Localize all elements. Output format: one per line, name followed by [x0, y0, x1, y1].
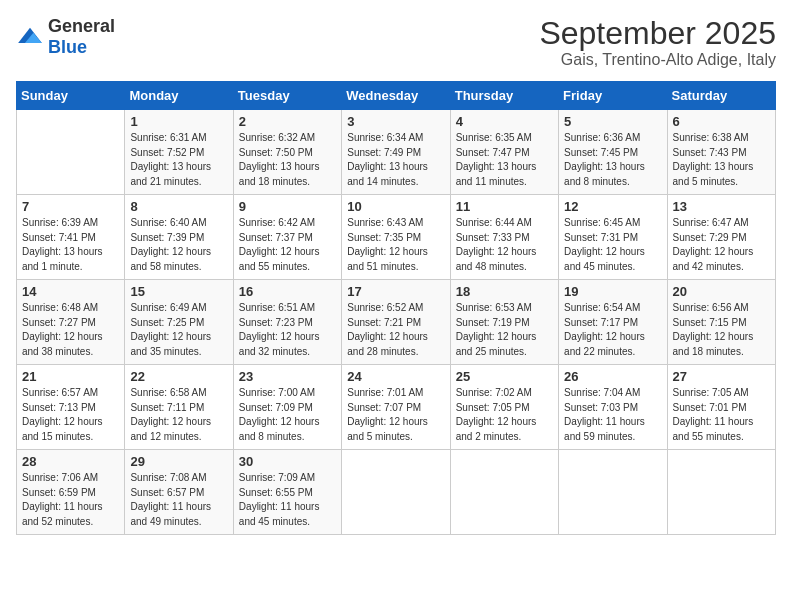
calendar-cell: 24Sunrise: 7:01 AMSunset: 7:07 PMDayligh…	[342, 365, 450, 450]
day-number: 14	[22, 284, 119, 299]
calendar-week-3: 14Sunrise: 6:48 AMSunset: 7:27 PMDayligh…	[17, 280, 776, 365]
header-sunday: Sunday	[17, 82, 125, 110]
calendar-body: 1Sunrise: 6:31 AMSunset: 7:52 PMDaylight…	[17, 110, 776, 535]
title-block: September 2025 Gais, Trentino-Alto Adige…	[539, 16, 776, 69]
calendar-cell	[667, 450, 775, 535]
day-number: 4	[456, 114, 553, 129]
calendar-cell: 25Sunrise: 7:02 AMSunset: 7:05 PMDayligh…	[450, 365, 558, 450]
header-friday: Friday	[559, 82, 667, 110]
logo: General Blue	[16, 16, 115, 58]
day-number: 22	[130, 369, 227, 384]
calendar-cell	[342, 450, 450, 535]
day-number: 18	[456, 284, 553, 299]
calendar-header: Sunday Monday Tuesday Wednesday Thursday…	[17, 82, 776, 110]
calendar-week-5: 28Sunrise: 7:06 AMSunset: 6:59 PMDayligh…	[17, 450, 776, 535]
day-info: Sunrise: 7:00 AMSunset: 7:09 PMDaylight:…	[239, 386, 336, 444]
page-header: General Blue September 2025 Gais, Trenti…	[16, 16, 776, 69]
day-number: 10	[347, 199, 444, 214]
day-number: 12	[564, 199, 661, 214]
calendar-cell: 13Sunrise: 6:47 AMSunset: 7:29 PMDayligh…	[667, 195, 775, 280]
day-info: Sunrise: 6:38 AMSunset: 7:43 PMDaylight:…	[673, 131, 770, 189]
day-info: Sunrise: 6:31 AMSunset: 7:52 PMDaylight:…	[130, 131, 227, 189]
calendar-cell: 27Sunrise: 7:05 AMSunset: 7:01 PMDayligh…	[667, 365, 775, 450]
day-info: Sunrise: 7:02 AMSunset: 7:05 PMDaylight:…	[456, 386, 553, 444]
calendar-cell: 4Sunrise: 6:35 AMSunset: 7:47 PMDaylight…	[450, 110, 558, 195]
calendar-cell: 19Sunrise: 6:54 AMSunset: 7:17 PMDayligh…	[559, 280, 667, 365]
calendar-cell	[559, 450, 667, 535]
calendar-week-1: 1Sunrise: 6:31 AMSunset: 7:52 PMDaylight…	[17, 110, 776, 195]
day-info: Sunrise: 6:51 AMSunset: 7:23 PMDaylight:…	[239, 301, 336, 359]
calendar-table: Sunday Monday Tuesday Wednesday Thursday…	[16, 81, 776, 535]
calendar-cell	[450, 450, 558, 535]
day-number: 23	[239, 369, 336, 384]
day-info: Sunrise: 7:05 AMSunset: 7:01 PMDaylight:…	[673, 386, 770, 444]
day-number: 28	[22, 454, 119, 469]
day-info: Sunrise: 7:06 AMSunset: 6:59 PMDaylight:…	[22, 471, 119, 529]
day-number: 20	[673, 284, 770, 299]
calendar-cell: 11Sunrise: 6:44 AMSunset: 7:33 PMDayligh…	[450, 195, 558, 280]
day-number: 9	[239, 199, 336, 214]
day-info: Sunrise: 6:32 AMSunset: 7:50 PMDaylight:…	[239, 131, 336, 189]
day-info: Sunrise: 6:42 AMSunset: 7:37 PMDaylight:…	[239, 216, 336, 274]
day-number: 13	[673, 199, 770, 214]
day-number: 3	[347, 114, 444, 129]
logo-blue: Blue	[48, 37, 87, 57]
day-info: Sunrise: 6:53 AMSunset: 7:19 PMDaylight:…	[456, 301, 553, 359]
day-number: 19	[564, 284, 661, 299]
calendar-cell: 8Sunrise: 6:40 AMSunset: 7:39 PMDaylight…	[125, 195, 233, 280]
calendar-cell: 16Sunrise: 6:51 AMSunset: 7:23 PMDayligh…	[233, 280, 341, 365]
day-info: Sunrise: 6:36 AMSunset: 7:45 PMDaylight:…	[564, 131, 661, 189]
day-info: Sunrise: 6:49 AMSunset: 7:25 PMDaylight:…	[130, 301, 227, 359]
day-info: Sunrise: 6:45 AMSunset: 7:31 PMDaylight:…	[564, 216, 661, 274]
day-info: Sunrise: 6:44 AMSunset: 7:33 PMDaylight:…	[456, 216, 553, 274]
calendar-subtitle: Gais, Trentino-Alto Adige, Italy	[539, 51, 776, 69]
calendar-week-4: 21Sunrise: 6:57 AMSunset: 7:13 PMDayligh…	[17, 365, 776, 450]
day-number: 24	[347, 369, 444, 384]
header-wednesday: Wednesday	[342, 82, 450, 110]
calendar-cell: 1Sunrise: 6:31 AMSunset: 7:52 PMDaylight…	[125, 110, 233, 195]
calendar-cell: 22Sunrise: 6:58 AMSunset: 7:11 PMDayligh…	[125, 365, 233, 450]
day-number: 8	[130, 199, 227, 214]
day-number: 21	[22, 369, 119, 384]
header-saturday: Saturday	[667, 82, 775, 110]
calendar-cell: 3Sunrise: 6:34 AMSunset: 7:49 PMDaylight…	[342, 110, 450, 195]
calendar-cell: 29Sunrise: 7:08 AMSunset: 6:57 PMDayligh…	[125, 450, 233, 535]
calendar-cell: 23Sunrise: 7:00 AMSunset: 7:09 PMDayligh…	[233, 365, 341, 450]
day-info: Sunrise: 6:39 AMSunset: 7:41 PMDaylight:…	[22, 216, 119, 274]
calendar-cell: 15Sunrise: 6:49 AMSunset: 7:25 PMDayligh…	[125, 280, 233, 365]
day-info: Sunrise: 6:58 AMSunset: 7:11 PMDaylight:…	[130, 386, 227, 444]
header-monday: Monday	[125, 82, 233, 110]
calendar-cell: 7Sunrise: 6:39 AMSunset: 7:41 PMDaylight…	[17, 195, 125, 280]
calendar-title: September 2025	[539, 16, 776, 51]
day-number: 7	[22, 199, 119, 214]
calendar-cell: 21Sunrise: 6:57 AMSunset: 7:13 PMDayligh…	[17, 365, 125, 450]
calendar-cell: 9Sunrise: 6:42 AMSunset: 7:37 PMDaylight…	[233, 195, 341, 280]
day-number: 17	[347, 284, 444, 299]
calendar-cell: 20Sunrise: 6:56 AMSunset: 7:15 PMDayligh…	[667, 280, 775, 365]
day-number: 5	[564, 114, 661, 129]
day-number: 27	[673, 369, 770, 384]
day-number: 15	[130, 284, 227, 299]
calendar-cell: 14Sunrise: 6:48 AMSunset: 7:27 PMDayligh…	[17, 280, 125, 365]
day-number: 11	[456, 199, 553, 214]
calendar-cell	[17, 110, 125, 195]
header-row: Sunday Monday Tuesday Wednesday Thursday…	[17, 82, 776, 110]
day-number: 25	[456, 369, 553, 384]
day-info: Sunrise: 7:01 AMSunset: 7:07 PMDaylight:…	[347, 386, 444, 444]
day-number: 2	[239, 114, 336, 129]
day-info: Sunrise: 6:40 AMSunset: 7:39 PMDaylight:…	[130, 216, 227, 274]
day-number: 6	[673, 114, 770, 129]
header-thursday: Thursday	[450, 82, 558, 110]
day-info: Sunrise: 6:43 AMSunset: 7:35 PMDaylight:…	[347, 216, 444, 274]
day-number: 1	[130, 114, 227, 129]
day-number: 16	[239, 284, 336, 299]
day-info: Sunrise: 6:48 AMSunset: 7:27 PMDaylight:…	[22, 301, 119, 359]
calendar-cell: 17Sunrise: 6:52 AMSunset: 7:21 PMDayligh…	[342, 280, 450, 365]
calendar-cell: 28Sunrise: 7:06 AMSunset: 6:59 PMDayligh…	[17, 450, 125, 535]
logo-icon	[16, 26, 44, 48]
header-tuesday: Tuesday	[233, 82, 341, 110]
day-info: Sunrise: 6:35 AMSunset: 7:47 PMDaylight:…	[456, 131, 553, 189]
calendar-week-2: 7Sunrise: 6:39 AMSunset: 7:41 PMDaylight…	[17, 195, 776, 280]
calendar-cell: 10Sunrise: 6:43 AMSunset: 7:35 PMDayligh…	[342, 195, 450, 280]
day-info: Sunrise: 6:57 AMSunset: 7:13 PMDaylight:…	[22, 386, 119, 444]
